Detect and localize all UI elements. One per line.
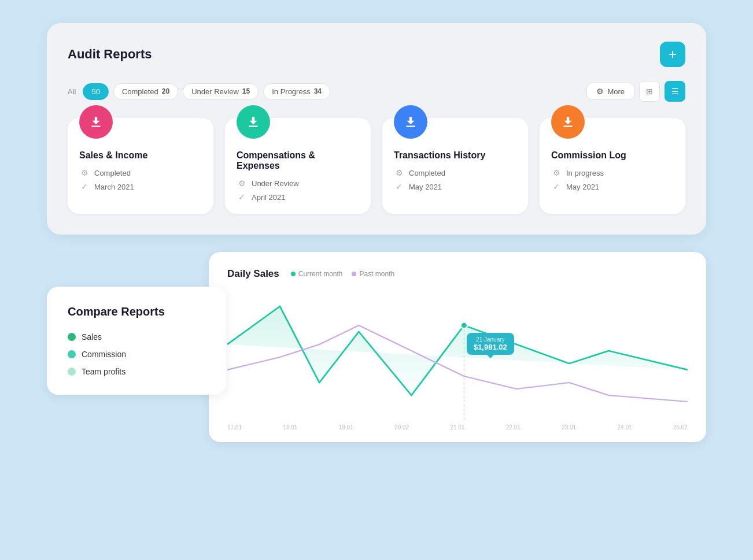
date-label-compensations: April 2021 [252,193,286,202]
chart-svg [227,294,688,421]
chart-legend: Current month Past month [291,270,394,278]
legend-past-label: Past month [359,270,394,278]
report-meta-sales: ⚙ Completed ✓ March 2021 [79,168,202,192]
more-button[interactable]: ⚙ More [586,83,634,100]
legend-sales: Sales [68,332,205,342]
filter-in-progress-count: 34 [314,87,322,95]
list-view-button[interactable]: ☰ [665,81,685,102]
report-meta-transactions: ⚙ Completed ✓ May 2021 [394,168,516,192]
report-icon-commission [551,105,585,139]
report-meta-compensations: ⚙ Under Review ✓ April 2021 [237,178,359,202]
x-label-3: 19.01 [339,424,353,431]
filter-all-active[interactable]: 50 [83,83,108,100]
report-card-commission: Commission Log ⚙ In progress ✓ May 2021 [540,118,685,214]
legend-past-month: Past month [352,270,394,278]
add-button[interactable]: + [660,42,685,67]
status-row-transactions: ⚙ Completed [394,168,516,178]
reports-grid: Sales & Income ⚙ Completed ✓ March 2021 … [68,118,685,214]
filter-completed-count: 20 [162,87,169,95]
date-row-sales: ✓ March 2021 [79,181,202,192]
date-icon-commission: ✓ [551,181,562,192]
legend-dot-commission [68,350,76,358]
status-icon-transactions: ⚙ [394,168,404,178]
filter-completed-label: Completed [122,87,158,96]
x-label-6: 22.01 [506,424,521,431]
report-card-compensations: Compensations & Expenses ⚙ Under Review … [225,118,371,214]
legend-label-commission: Commission [82,350,126,359]
legend-commission: Commission [68,350,205,359]
x-label-5: 21.01 [450,424,464,431]
daily-sales-title: Daily Sales [227,268,279,280]
report-icon-sales [79,105,113,139]
report-card-transactions: Transactions History ⚙ Completed ✓ May 2… [382,118,528,214]
x-label-4: 20.02 [394,424,409,431]
date-row-transactions: ✓ May 2021 [394,181,516,192]
audit-reports-card: Audit Reports + All 50 Completed 20 Unde… [47,23,706,235]
list-icon: ☰ [671,87,679,96]
filter-right-controls: ⚙ More ⊞ ☰ [586,81,685,102]
status-label-commission: In progress [566,169,604,177]
audit-header: Audit Reports + [68,42,685,67]
status-row-compensations: ⚙ Under Review [237,178,359,188]
download-icon-compensations [246,114,261,129]
date-label-sales: March 2021 [94,183,134,191]
legend-label-team-profits: Team profits [82,367,126,376]
status-row-sales: ⚙ Completed [79,168,202,178]
status-label-compensations: Under Review [252,179,299,188]
compare-reports-card: Compare Reports Sales Commission Team pr… [47,287,226,395]
status-label-transactions: Completed [409,169,445,177]
date-row-compensations: ✓ April 2021 [237,192,359,202]
legend-dot-team-profits [68,368,76,376]
all-filter-label: All [68,87,76,96]
download-icon-commission [560,114,575,129]
more-label: More [607,87,625,96]
date-icon-transactions: ✓ [394,181,404,192]
compare-legend: Sales Commission Team profits [68,332,205,376]
x-label-9: 25.02 [673,424,688,431]
report-name-transactions: Transactions History [394,150,516,161]
report-meta-commission: ⚙ In progress ✓ May 2021 [551,168,674,192]
filter-under-review-count: 15 [242,87,250,95]
legend-current-month: Current month [291,270,343,278]
legend-current-label: Current month [298,270,343,278]
date-row-commission: ✓ May 2021 [551,181,674,192]
legend-team-profits: Team profits [68,367,205,376]
date-label-commission: May 2021 [566,183,599,191]
status-icon-compensations: ⚙ [237,178,247,188]
tooltip-dot [461,322,467,329]
report-name-sales: Sales & Income [79,150,202,161]
audit-title: Audit Reports [68,47,152,62]
filter-in-progress[interactable]: In Progress 34 [263,83,330,100]
compare-title: Compare Reports [68,305,205,318]
date-icon-sales: ✓ [79,181,90,192]
report-card-sales-income: Sales & Income ⚙ Completed ✓ March 2021 [68,118,213,214]
chart-x-labels: 17.01 18.01 19.01 20.02 21.01 22.01 23.0… [227,424,688,431]
download-icon-sales [88,114,104,129]
filter-all-count: 50 [91,87,99,96]
daily-sales-card: Daily Sales Current month Past month 21 … [209,252,706,442]
filter-completed[interactable]: Completed 20 [113,83,178,100]
grid-view-button[interactable]: ⊞ [639,81,660,102]
legend-label-sales: Sales [82,332,102,342]
status-row-commission: ⚙ In progress [551,168,674,178]
filter-icon: ⚙ [596,87,604,96]
x-label-1: 17.01 [227,424,242,431]
report-name-commission: Commission Log [551,150,674,161]
filter-in-progress-label: In Progress [272,87,310,96]
date-label-transactions: May 2021 [409,183,442,191]
status-icon-sales: ⚙ [79,168,90,178]
legend-current-dot [291,272,296,276]
status-label-sales: Completed [94,169,131,177]
status-icon-commission: ⚙ [551,168,562,178]
x-label-8: 24.01 [618,424,632,431]
filter-under-review-label: Under Review [191,87,239,96]
download-icon-transactions [403,114,418,129]
filters-bar: All 50 Completed 20 Under Review 15 In P… [68,81,685,102]
report-icon-compensations [237,105,270,139]
chart-container: 21 January $1,981.02 [227,294,688,421]
report-icon-transactions [394,105,427,139]
x-label-7: 23.01 [562,424,576,431]
filter-under-review[interactable]: Under Review 15 [183,83,259,100]
x-label-2: 18.01 [283,424,297,431]
daily-sales-header: Daily Sales Current month Past month [227,268,688,280]
